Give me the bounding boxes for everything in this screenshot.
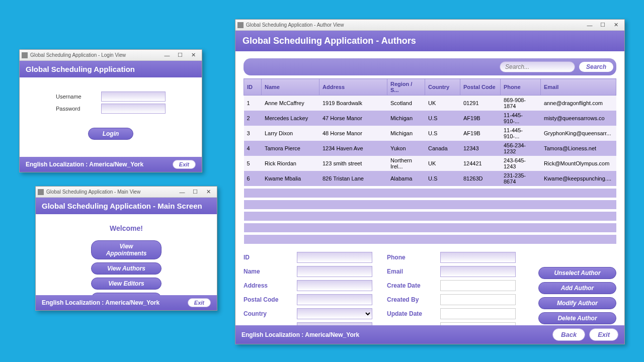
footer: English Localization : America/New_York … bbox=[20, 157, 202, 172]
col-header[interactable]: Address bbox=[319, 79, 387, 96]
table-row-blank bbox=[244, 235, 616, 244]
password-label: Password bbox=[56, 106, 96, 112]
minimize-button[interactable]: — bbox=[160, 51, 174, 59]
app-icon bbox=[22, 52, 28, 58]
form-input-postal-code[interactable] bbox=[297, 294, 372, 305]
form-label: Country bbox=[244, 310, 294, 317]
form-label: Update Date bbox=[387, 310, 437, 317]
form-label: Phone bbox=[387, 254, 437, 261]
form-input-update-date bbox=[440, 308, 516, 319]
localization-text: English Localization : America/New_York bbox=[26, 161, 143, 168]
table-row[interactable]: 4Tamora Pierce1234 Haven AveYukonCanada1… bbox=[244, 141, 616, 156]
nav-button-2[interactable]: View Editors bbox=[91, 278, 162, 290]
close-button[interactable]: ✕ bbox=[187, 51, 200, 59]
username-label: Username bbox=[56, 94, 96, 100]
table-row[interactable]: 6Kwame Mbalia826 Tristan LaneAlabamaU.S8… bbox=[244, 171, 616, 186]
form-input-created-by bbox=[440, 294, 516, 305]
window-title: Global Scheduling Application - Main Vie… bbox=[46, 189, 140, 195]
col-header[interactable]: Name bbox=[262, 79, 319, 96]
form-label: Address bbox=[244, 282, 294, 289]
col-header[interactable]: Region / S... bbox=[387, 79, 425, 96]
table-row-blank bbox=[244, 200, 616, 209]
maximize-button[interactable]: ☐ bbox=[189, 188, 202, 196]
search-button[interactable]: Search bbox=[579, 62, 613, 72]
close-button[interactable]: ✕ bbox=[609, 21, 622, 29]
col-header[interactable]: Postal Code bbox=[460, 79, 501, 96]
action-delete-author[interactable]: Delete Author bbox=[538, 312, 616, 324]
table-row-blank bbox=[244, 212, 616, 221]
app-header: Global Scheduling Application - Authors bbox=[235, 31, 624, 51]
exit-button[interactable]: Exit bbox=[173, 160, 196, 169]
localization-text: English Localization : America/New_York bbox=[242, 331, 359, 338]
authors-table[interactable]: IDNameAddressRegion / S...CountryPostal … bbox=[244, 78, 616, 244]
form-input-id[interactable] bbox=[297, 252, 372, 263]
table-row[interactable]: 3Larry Dixon48 Horse ManorMichiganU.SAF1… bbox=[244, 126, 616, 141]
form-input-address[interactable] bbox=[297, 280, 372, 291]
search-input[interactable] bbox=[500, 61, 575, 72]
table-row[interactable]: 1Anne McCaffrey1919 BoardwalkScotlandUK0… bbox=[244, 96, 616, 111]
minimize-button[interactable]: — bbox=[583, 21, 596, 29]
form-input-name[interactable] bbox=[297, 266, 372, 277]
nav-button-1[interactable]: View Authors bbox=[91, 262, 162, 275]
username-input[interactable] bbox=[101, 92, 166, 102]
main-window: Global Scheduling Application - Main Vie… bbox=[35, 186, 217, 311]
footer: English Localization : America/New_York … bbox=[235, 325, 624, 344]
login-button[interactable]: Login bbox=[88, 128, 133, 140]
titlebar: Global Scheduling Application - Main Vie… bbox=[36, 187, 217, 198]
form-label: Create Date bbox=[387, 282, 437, 289]
form-input-phone[interactable] bbox=[440, 252, 516, 263]
maximize-button[interactable]: ☐ bbox=[596, 21, 609, 29]
col-header[interactable]: Phone bbox=[501, 79, 541, 96]
titlebar: Global Scheduling Application - Login Vi… bbox=[20, 50, 202, 61]
table-row[interactable]: 2Mercedes Lackey47 Horse ManorMichiganU.… bbox=[244, 111, 616, 126]
app-icon bbox=[237, 22, 244, 28]
form-input-country[interactable] bbox=[297, 308, 372, 319]
table-row[interactable]: 5Rick Riordan123 smith streetNorthern Ir… bbox=[244, 156, 616, 171]
login-window: Global Scheduling Application - Login Vi… bbox=[19, 49, 202, 172]
footer: English Localization : America/New_York … bbox=[36, 295, 217, 310]
exit-button[interactable]: Exit bbox=[188, 298, 211, 307]
author-window: Global Scheduling Application - Author V… bbox=[235, 19, 625, 344]
form-label: Email bbox=[387, 268, 437, 275]
action-unselect-author[interactable]: Unselect Author bbox=[538, 267, 616, 279]
form-input-create-date bbox=[440, 280, 516, 291]
form-label: Created By bbox=[387, 296, 437, 303]
localization-text: English Localization : America/New_York bbox=[42, 299, 159, 306]
back-button[interactable]: Back bbox=[552, 328, 585, 341]
col-header[interactable]: Email bbox=[541, 79, 616, 96]
app-header: Global Scheduling Application bbox=[20, 61, 202, 77]
table-row-blank bbox=[244, 189, 616, 198]
exit-button[interactable]: Exit bbox=[589, 328, 618, 341]
password-input[interactable] bbox=[101, 104, 166, 114]
close-button[interactable]: ✕ bbox=[202, 188, 215, 196]
col-header[interactable]: Country bbox=[425, 79, 460, 96]
window-title: Global Scheduling Application - Author V… bbox=[246, 22, 344, 28]
action-modify-author[interactable]: Modify Author bbox=[538, 297, 616, 309]
nav-button-0[interactable]: View Appointments bbox=[91, 240, 162, 259]
form-label: ID bbox=[244, 254, 294, 261]
titlebar: Global Scheduling Application - Author V… bbox=[235, 20, 624, 31]
app-header: Global Scheduling Application - Main Scr… bbox=[36, 198, 217, 214]
maximize-button[interactable]: ☐ bbox=[174, 51, 187, 59]
welcome-text: Welcome! bbox=[36, 224, 217, 232]
action-add-author[interactable]: Add Author bbox=[538, 282, 616, 294]
form-input-email[interactable] bbox=[440, 266, 516, 277]
table-row-blank bbox=[244, 223, 616, 232]
form-label: Postal Code bbox=[244, 296, 294, 303]
form-label: Name bbox=[244, 268, 294, 275]
app-icon bbox=[38, 189, 44, 195]
window-title: Global Scheduling Application - Login Vi… bbox=[30, 52, 126, 58]
col-header[interactable]: ID bbox=[244, 79, 262, 96]
search-bar: Search bbox=[244, 58, 616, 75]
minimize-button[interactable]: — bbox=[176, 188, 189, 196]
